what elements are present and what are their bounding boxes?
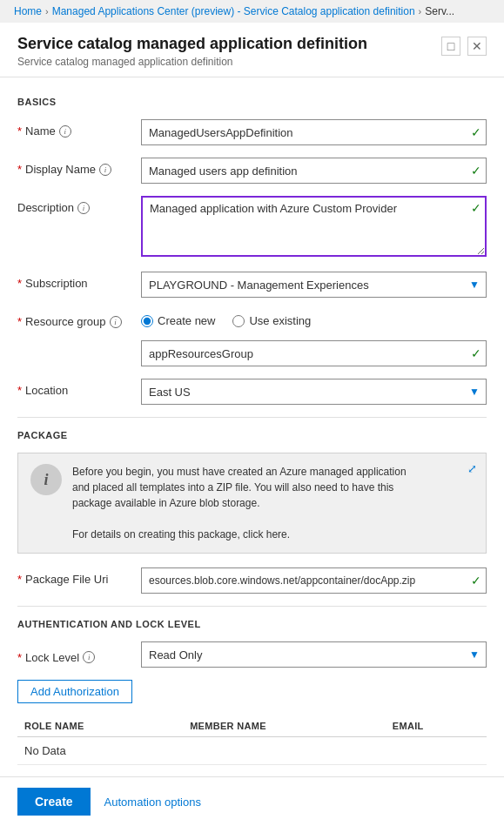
resource-group-info-icon[interactable]: i bbox=[110, 316, 122, 328]
resource-group-row: * Resource group i Create new Use existi… bbox=[17, 310, 487, 328]
display-name-label: * Display Name i bbox=[17, 158, 131, 176]
description-label-text: Description bbox=[17, 201, 74, 214]
breadcrumb-sep-2: › bbox=[419, 6, 422, 17]
display-name-required-star: * bbox=[17, 163, 22, 176]
auth-table-col-role-name: ROLE NAME bbox=[17, 715, 183, 737]
lock-level-row: * Lock Level i Read Only CanNotDelete No… bbox=[17, 641, 487, 668]
package-info-icon: i bbox=[30, 464, 62, 495]
breadcrumb-home[interactable]: Home bbox=[14, 5, 42, 17]
subscription-label-text: Subscription bbox=[25, 277, 88, 290]
description-control: Managed application with Azure Custom Pr… bbox=[141, 196, 487, 259]
package-uri-label: * Package File Uri bbox=[17, 567, 131, 586]
package-uri-control: ✓ bbox=[141, 567, 487, 594]
add-authorization-button[interactable]: Add Authorization bbox=[17, 680, 132, 703]
name-check-icon: ✓ bbox=[471, 125, 481, 139]
main-content: BASICS * Name i ✓ * Display Name i ✓ bbox=[0, 77, 504, 826]
lock-level-select[interactable]: Read Only CanNotDelete None bbox=[141, 641, 487, 668]
subscription-label: * Subscription bbox=[17, 272, 131, 290]
header-icons: □ ✕ bbox=[441, 37, 487, 56]
auth-table-col-email: EMAIL bbox=[386, 715, 487, 737]
subscription-dropdown-wrapper: PLAYGROUND - Management Experiences ▼ bbox=[141, 272, 487, 298]
display-name-check-icon: ✓ bbox=[471, 164, 481, 178]
location-dropdown-wrapper: East US ▼ bbox=[141, 379, 487, 405]
description-check-icon: ✓ bbox=[471, 201, 481, 215]
auth-table-body: No Data bbox=[17, 737, 487, 765]
name-required-star: * bbox=[17, 124, 22, 138]
resource-group-label-text: Resource group bbox=[25, 315, 106, 328]
auth-table-no-data-row: No Data bbox=[17, 737, 487, 765]
name-label-text: Name bbox=[25, 124, 56, 138]
resource-group-use-existing-label: Use existing bbox=[249, 314, 311, 327]
auth-table-header: ROLE NAME MEMBER NAME EMAIL bbox=[17, 715, 487, 737]
description-textarea-wrapper: Managed application with Azure Custom Pr… bbox=[141, 196, 487, 259]
lock-level-info-icon[interactable]: i bbox=[83, 651, 95, 663]
package-divider bbox=[17, 417, 487, 418]
lock-level-required-star: * bbox=[17, 651, 22, 664]
resource-group-label: * Resource group i bbox=[17, 310, 131, 328]
auth-table: ROLE NAME MEMBER NAME EMAIL No Data bbox=[17, 715, 487, 765]
package-info-line5: For details on creating this package, cl… bbox=[72, 528, 290, 541]
page-title: Service catalog managed application defi… bbox=[17, 35, 367, 53]
package-uri-label-text: Package File Uri bbox=[25, 573, 108, 586]
automation-options-link[interactable]: Automation options bbox=[104, 796, 201, 809]
package-uri-required-star: * bbox=[17, 573, 22, 586]
package-section-title: PACKAGE bbox=[17, 430, 487, 440]
auth-table-col-member-name: MEMBER NAME bbox=[183, 715, 386, 737]
package-info-line1: Before you begin, you must have created … bbox=[72, 466, 407, 478]
package-uri-check-icon: ✓ bbox=[471, 574, 481, 588]
location-select[interactable]: East US bbox=[141, 379, 487, 405]
package-info-line3: package available in Azure blob storage. bbox=[72, 497, 259, 509]
subscription-row: * Subscription PLAYGROUND - Management E… bbox=[17, 272, 487, 298]
location-label: * Location bbox=[17, 379, 131, 397]
subscription-select[interactable]: PLAYGROUND - Management Experiences bbox=[141, 272, 487, 298]
page-header-text: Service catalog managed application defi… bbox=[17, 35, 367, 68]
resource-group-input[interactable] bbox=[141, 340, 487, 366]
subscription-control: PLAYGROUND - Management Experiences ▼ bbox=[141, 272, 487, 298]
name-input[interactable] bbox=[141, 119, 487, 145]
subscription-required-star: * bbox=[17, 277, 22, 290]
resource-group-create-new-label: Create new bbox=[158, 314, 215, 327]
name-info-icon[interactable]: i bbox=[59, 125, 71, 138]
resource-group-use-existing-option[interactable]: Use existing bbox=[232, 314, 311, 327]
breadcrumb-managed-apps[interactable]: Managed Applications Center (preview) - … bbox=[52, 5, 415, 17]
auth-table-no-data-cell: No Data bbox=[17, 737, 487, 765]
location-row: * Location East US ▼ bbox=[17, 379, 487, 405]
display-name-label-text: Display Name bbox=[25, 163, 96, 176]
page-header: Service catalog managed application defi… bbox=[0, 23, 504, 77]
package-info-text: Before you begin, you must have created … bbox=[72, 464, 407, 542]
package-external-link-icon[interactable]: ⤢ bbox=[467, 462, 477, 475]
footer: Create Automation options bbox=[0, 776, 504, 826]
description-input[interactable]: Managed application with Azure Custom Pr… bbox=[141, 196, 487, 257]
description-info-icon[interactable]: i bbox=[77, 202, 90, 214]
display-name-info-icon[interactable]: i bbox=[99, 164, 111, 176]
name-input-wrapper: ✓ bbox=[141, 119, 487, 145]
lock-level-label: * Lock Level i bbox=[17, 646, 131, 664]
resource-group-check-icon: ✓ bbox=[471, 346, 481, 360]
resource-group-use-existing-radio[interactable] bbox=[232, 315, 245, 327]
location-label-text: Location bbox=[25, 384, 68, 397]
package-info-line2: and placed all templates into a ZIP file… bbox=[72, 481, 393, 494]
breadcrumb: Home › Managed Applications Center (prev… bbox=[0, 0, 504, 23]
name-label: * Name i bbox=[17, 119, 131, 138]
auth-divider bbox=[17, 606, 487, 607]
resource-group-control: Create new Use existing bbox=[141, 310, 487, 327]
lock-level-control: Read Only CanNotDelete None ▼ bbox=[141, 641, 487, 668]
package-uri-input[interactable] bbox=[141, 567, 487, 594]
create-button[interactable]: Create bbox=[17, 788, 91, 816]
display-name-row: * Display Name i ✓ bbox=[17, 158, 487, 184]
auth-section-title: AUTHENTICATION AND LOCK LEVEL bbox=[17, 619, 487, 629]
basics-section-title: BASICS bbox=[17, 97, 487, 107]
breadcrumb-current: Serv... bbox=[425, 5, 454, 17]
resource-group-create-new-radio[interactable] bbox=[141, 315, 153, 327]
display-name-input-wrapper: ✓ bbox=[141, 158, 487, 184]
resource-group-radio-group: Create new Use existing bbox=[141, 310, 487, 327]
lock-level-dropdown-wrapper: Read Only CanNotDelete None ▼ bbox=[141, 641, 487, 668]
display-name-input[interactable] bbox=[141, 158, 487, 184]
close-button[interactable]: ✕ bbox=[467, 37, 487, 56]
minimize-button[interactable]: □ bbox=[441, 37, 460, 56]
resource-group-input-container: ✓ bbox=[141, 340, 487, 366]
resource-group-create-new-option[interactable]: Create new bbox=[141, 314, 215, 327]
description-label: Description i bbox=[17, 196, 131, 214]
package-info-box: i Before you begin, you must have create… bbox=[17, 453, 487, 554]
display-name-control: ✓ bbox=[141, 158, 487, 184]
